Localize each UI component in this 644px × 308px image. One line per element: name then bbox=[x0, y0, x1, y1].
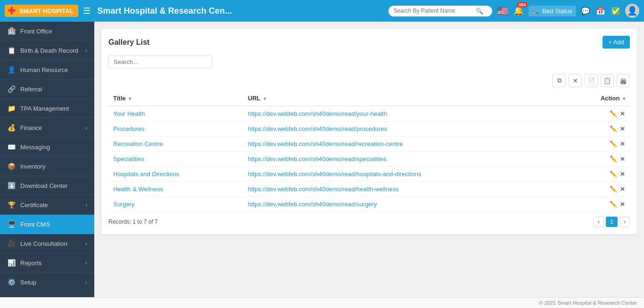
row-url-link-4[interactable]: https://dev.webfeb.com/sh40demo/read/hos… bbox=[248, 170, 421, 178]
edit-button-0[interactable]: ✏️ bbox=[610, 110, 617, 117]
sidebar-item-certificate[interactable]: 🏆 Certificate ‹ bbox=[0, 195, 94, 215]
gallery-table: Title ▾ URL ▾ Action ▾ bbox=[108, 91, 630, 212]
sidebar-item-finance[interactable]: 💰 Finance ‹ bbox=[0, 118, 94, 138]
table-toolbar: ⧉ ✕ 📄 📋 🖨️ bbox=[108, 74, 630, 87]
row-title-link-6[interactable]: Surgery bbox=[113, 201, 135, 208]
sidebar-item-referral[interactable]: 🔗 Referral bbox=[0, 80, 94, 99]
footer-text: © 2021 Smart Hospital & Research Center bbox=[539, 300, 637, 306]
sidebar-item-messaging[interactable]: ✉️ Messaging bbox=[0, 138, 94, 157]
setup-chevron-icon: ‹ bbox=[85, 279, 87, 285]
front-cms-icon: 🖥️ bbox=[7, 220, 16, 228]
sidebar-item-live-consultation[interactable]: 🎥 Live Consultation ‹ bbox=[0, 234, 94, 253]
table-footer: Records: 1 to 7 of 7 ‹ 1 › bbox=[108, 217, 630, 227]
pdf-button[interactable]: 📋 bbox=[601, 74, 614, 87]
certificate-icon: 🏆 bbox=[7, 201, 16, 209]
avatar[interactable]: 👤 bbox=[625, 4, 639, 18]
url-sort-icon[interactable]: ▾ bbox=[264, 96, 266, 101]
sidebar-label-setup: Setup bbox=[20, 279, 81, 286]
row-url-link-2[interactable]: https://dev.webfeb.com/sh40demo/read/rec… bbox=[248, 140, 403, 147]
footer: © 2021 Smart Hospital & Research Center bbox=[0, 297, 644, 308]
bed-status-label: Bed Status bbox=[542, 8, 572, 15]
front-office-icon: 🏥 bbox=[7, 27, 16, 35]
row-title-1: Procedures bbox=[108, 122, 243, 137]
gallery-card: Gallery List + Add ⧉ ✕ 📄 📋 🖨️ Title ▾ bbox=[101, 29, 637, 234]
logo-cross-icon: ✚ bbox=[8, 6, 16, 16]
edit-button-6[interactable]: ✏️ bbox=[610, 201, 617, 208]
sidebar-label-birth-death: Birth & Death Record bbox=[20, 47, 81, 54]
edit-button-4[interactable]: ✏️ bbox=[610, 170, 617, 178]
row-url-link-1[interactable]: https://dev.webfeb.com/sh40demo/read/pro… bbox=[248, 125, 387, 132]
sidebar-item-setup[interactable]: ⚙️ Setup ‹ bbox=[0, 273, 94, 292]
notification-bell-wrap: 🔔 584 bbox=[513, 6, 524, 16]
finance-icon: 💰 bbox=[7, 124, 16, 131]
copy-button[interactable]: ⧉ bbox=[553, 74, 566, 87]
csv-button[interactable]: 📄 bbox=[585, 74, 598, 87]
search-input[interactable] bbox=[393, 8, 473, 14]
table-row: Procedures https://dev.webfeb.com/sh40de… bbox=[108, 122, 630, 137]
sidebar-item-reports[interactable]: 📊 Reports ‹ bbox=[0, 253, 94, 273]
sidebar-item-human-resource[interactable]: 👤 Human Resource bbox=[0, 60, 94, 80]
edit-button-2[interactable]: ✏️ bbox=[610, 140, 617, 147]
logo: ✚ SMART HOSPITAL bbox=[5, 5, 78, 17]
finance-chevron-icon: ‹ bbox=[85, 125, 87, 130]
sidebar-label-front-cms: Front CMS bbox=[20, 221, 87, 228]
card-header: Gallery List + Add bbox=[108, 36, 630, 49]
tasks-icon[interactable]: ✅ bbox=[611, 7, 620, 16]
edit-button-3[interactable]: ✏️ bbox=[610, 155, 617, 162]
next-page-button[interactable]: › bbox=[619, 217, 630, 227]
sidebar-item-front-office[interactable]: 🏥 Front Office bbox=[0, 22, 94, 41]
pagination: ‹ 1 › bbox=[594, 217, 630, 227]
col-action: Action ▾ bbox=[569, 91, 630, 106]
row-url-link-5[interactable]: https://dev.webfeb.com/sh40demo/read/hea… bbox=[248, 186, 399, 193]
row-url-link-0[interactable]: https://dev.webfeb.com/sh40demo/read/you… bbox=[248, 110, 387, 117]
bed-status-button[interactable]: 🛏️ Bed Status bbox=[528, 6, 576, 16]
delete-button-4[interactable]: ✕ bbox=[620, 170, 625, 178]
row-url-3: https://dev.webfeb.com/sh40demo/read/spe… bbox=[243, 152, 570, 167]
table-row: Health & Wellness https://dev.webfeb.com… bbox=[108, 182, 630, 197]
action-sort-icon[interactable]: ▾ bbox=[623, 96, 625, 101]
sidebar-item-download-center[interactable]: ⬇️ Download Center bbox=[0, 176, 94, 195]
sidebar-item-front-cms[interactable]: 🖥️ Front CMS bbox=[0, 215, 94, 234]
calendar-icon[interactable]: 📅 bbox=[596, 7, 605, 16]
excel-button[interactable]: ✕ bbox=[569, 74, 582, 87]
delete-button-2[interactable]: ✕ bbox=[620, 140, 625, 147]
delete-button-3[interactable]: ✕ bbox=[620, 155, 625, 162]
print-button[interactable]: 🖨️ bbox=[617, 74, 630, 87]
delete-button-0[interactable]: ✕ bbox=[620, 110, 625, 117]
hamburger-icon[interactable]: ☰ bbox=[83, 6, 91, 16]
row-action-0: ✏️ ✕ bbox=[569, 106, 630, 122]
row-title-link-2[interactable]: Recreation Centre bbox=[113, 140, 163, 147]
delete-button-5[interactable]: ✕ bbox=[620, 186, 625, 193]
row-title-2: Recreation Centre bbox=[108, 137, 243, 152]
row-title-link-5[interactable]: Health & Wellness bbox=[113, 186, 163, 193]
prev-page-button[interactable]: ‹ bbox=[594, 217, 604, 227]
messaging-icon: ✉️ bbox=[7, 143, 16, 151]
sidebar-label-referral: Referral bbox=[20, 86, 87, 93]
sidebar-item-inventory[interactable]: 📦 Inventory bbox=[0, 157, 94, 176]
delete-button-6[interactable]: ✕ bbox=[620, 201, 625, 208]
delete-button-1[interactable]: ✕ bbox=[620, 125, 625, 132]
row-url-link-6[interactable]: https://dev.webfeb.com/sh40demo/read/sur… bbox=[248, 201, 377, 208]
row-title-link-0[interactable]: Your Health bbox=[113, 110, 145, 117]
edit-button-1[interactable]: ✏️ bbox=[610, 125, 617, 132]
title-sort-icon[interactable]: ▾ bbox=[129, 96, 131, 101]
logo-text: SMART HOSPITAL bbox=[17, 7, 75, 16]
main-layout: 🏥 Front Office 📋 Birth & Death Record ‹ … bbox=[0, 22, 644, 297]
search-icon: 🔍 bbox=[476, 8, 483, 15]
notification-bell-icon[interactable]: 🔔 bbox=[513, 6, 524, 16]
row-title-link-3[interactable]: Specialities bbox=[113, 155, 144, 162]
inventory-icon: 📦 bbox=[7, 162, 16, 170]
tpa-management-icon: 📁 bbox=[7, 105, 16, 112]
row-title-link-4[interactable]: Hospitals and Directions bbox=[113, 170, 179, 178]
edit-button-5[interactable]: ✏️ bbox=[610, 186, 617, 193]
row-url-link-3[interactable]: https://dev.webfeb.com/sh40demo/read/spe… bbox=[248, 155, 387, 162]
gallery-search-input[interactable] bbox=[108, 56, 212, 68]
whatsapp-icon[interactable]: 💬 bbox=[581, 7, 590, 16]
sidebar-item-birth-death[interactable]: 📋 Birth & Death Record ‹ bbox=[0, 41, 94, 60]
sidebar-item-tpa-management[interactable]: 📁 TPA Management bbox=[0, 99, 94, 118]
row-title-link-1[interactable]: Procedures bbox=[113, 125, 144, 132]
add-button[interactable]: + Add bbox=[603, 36, 630, 49]
setup-icon: ⚙️ bbox=[7, 278, 16, 286]
flag-icon[interactable]: 🇺🇸 bbox=[497, 5, 509, 16]
page-1-button[interactable]: 1 bbox=[606, 217, 618, 227]
